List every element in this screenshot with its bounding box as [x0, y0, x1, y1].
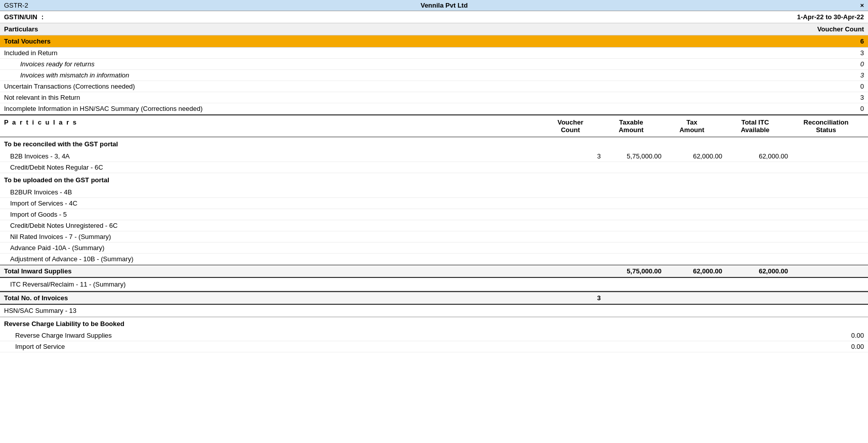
- date-range: 1-Apr-22 to 30-Apr-22: [797, 13, 864, 21]
- row-voucher-count: 3: [540, 152, 601, 160]
- table-row: Reverse Charge Inward Supplies 0.00: [0, 330, 868, 341]
- section-heading-upload: To be uploaded on the GST portal: [0, 173, 868, 187]
- row-total-itc: [722, 211, 788, 218]
- total-taxable-amount: 5,75,000.00: [601, 267, 662, 275]
- table-column-headers: P a r t i c u l a r s VoucherCount Taxab…: [0, 114, 868, 137]
- row-total-itc: [722, 233, 788, 240]
- gstin-label: GSTIN/UIN: [4, 13, 37, 21]
- row-tax-amount: [662, 255, 722, 263]
- row-reconciliation: [788, 244, 864, 252]
- reverse-charge-heading: Reverse Charge Liability to be Booked: [0, 317, 868, 330]
- list-item: Included in Return 3: [0, 48, 868, 59]
- total-itc: 62,000.00: [722, 267, 788, 275]
- summary-row-label: Invoices ready for returns: [20, 60, 95, 68]
- reverse-row-amount: 0.00: [788, 343, 864, 350]
- total-voucher-count: [540, 267, 601, 275]
- app-name: GSTR-2: [4, 2, 28, 9]
- row-total-itc: [722, 222, 788, 229]
- row-total-itc: [722, 199, 788, 207]
- total-invoices-row: Total No. of Invoices 3: [0, 291, 868, 305]
- row-label: Advance Paid -10A - (Summary): [10, 244, 540, 252]
- table-row: Import of Services - 4C: [0, 198, 868, 209]
- row-total-itc: [722, 255, 788, 263]
- summary-row-value: 3: [860, 71, 864, 79]
- row-reconciliation: [788, 255, 864, 263]
- row-label: Import of Goods - 5: [10, 211, 540, 218]
- row-total-itc: [722, 188, 788, 196]
- row-tax-amount: [662, 188, 722, 196]
- row-label: B2BUR Invoices - 4B: [10, 188, 540, 196]
- total-vouchers-value: 6: [860, 37, 864, 45]
- row-tax-amount: 62,000.00: [662, 152, 722, 160]
- row-label: Credit/Debit Notes Unregistered - 6C: [10, 222, 540, 229]
- list-item: Uncertain Transactions (Corrections need…: [0, 81, 868, 92]
- table-row: Nil Rated Invoices - 7 - (Summary): [0, 231, 868, 243]
- row-reconciliation: [788, 152, 864, 160]
- row-taxable-amount: [601, 199, 662, 207]
- row-reconciliation: [788, 222, 864, 229]
- summary-row-label: Not relevant in this Return: [4, 94, 80, 101]
- list-item: Invoices with mismatch in information 3: [0, 70, 868, 81]
- row-tax-amount: [662, 233, 722, 240]
- row-voucher-count: [540, 199, 601, 207]
- row-reconciliation: [788, 164, 864, 171]
- summary-row-label: Uncertain Transactions (Corrections need…: [4, 83, 135, 90]
- row-tax-amount: [662, 211, 722, 218]
- total-vouchers-row: Total Vouchers 6: [0, 35, 868, 48]
- summary-row-label: Invoices with mismatch in information: [20, 71, 129, 79]
- total-invoices-label: Total No. of Invoices: [4, 294, 540, 302]
- row-reconciliation: [788, 211, 864, 218]
- col-header-particulars: P a r t i c u l a r s: [4, 118, 540, 134]
- col-header-total-itc: Total ITCAvailable: [722, 118, 788, 134]
- table-row: B2BUR Invoices - 4B: [0, 187, 868, 198]
- itc-reversal-row: ITC Reversal/Reclaim - 11 - (Summary): [0, 278, 868, 291]
- row-taxable-amount: [601, 233, 662, 240]
- row-total-itc: 62,000.00: [722, 152, 788, 160]
- row-voucher-count: [540, 164, 601, 171]
- total-reconciliation: [788, 267, 864, 275]
- reverse-row-label: Import of Service: [15, 343, 540, 350]
- row-total-itc: [722, 164, 788, 171]
- gstin-header: GSTIN/UIN : 1-Apr-22 to 30-Apr-22: [0, 11, 868, 23]
- colon-separator: :: [42, 13, 44, 21]
- total-tax-amount: 62,000.00: [662, 267, 722, 275]
- col-header-tax-amount: TaxAmount: [662, 118, 722, 134]
- particulars-label: Particulars: [4, 25, 38, 33]
- total-invoices-value: 3: [540, 294, 601, 302]
- table-row: Advance Paid -10A - (Summary): [0, 243, 868, 254]
- row-tax-amount: [662, 164, 722, 171]
- row-total-itc: [722, 244, 788, 252]
- row-voucher-count: [540, 244, 601, 252]
- company-name: Vennila Pvt Ltd: [28, 2, 860, 9]
- summary-row-value: 3: [860, 49, 864, 57]
- total-label: Total Inward Supplies: [4, 267, 540, 275]
- hsn-sac-row: HSN/SAC Summary - 13: [0, 305, 868, 317]
- col-header-voucher-count: VoucherCount: [540, 118, 601, 134]
- list-item: Invoices ready for returns 0: [0, 59, 868, 70]
- close-button[interactable]: ×: [860, 2, 864, 9]
- row-taxable-amount: [601, 164, 662, 171]
- total-inward-supplies-row: Total Inward Supplies 5,75,000.00 62,000…: [0, 265, 868, 278]
- row-tax-amount: [662, 199, 722, 207]
- section-heading-reconcile: To be reconciled with the GST portal: [0, 137, 868, 151]
- summary-row-value: 0: [860, 83, 864, 90]
- summary-row-label: Incomplete Information in HSN/SAC Summar…: [4, 105, 202, 112]
- row-reconciliation: [788, 233, 864, 240]
- row-label: Import of Services - 4C: [10, 199, 540, 207]
- row-taxable-amount: [601, 211, 662, 218]
- table-row: Credit/Debit Notes Regular - 6C: [0, 162, 868, 173]
- table-row: Import of Service 0.00: [0, 341, 868, 352]
- row-taxable-amount: [601, 255, 662, 263]
- list-item: Not relevant in this Return 3: [0, 92, 868, 103]
- row-label: B2B Invoices - 3, 4A: [10, 152, 540, 160]
- row-taxable-amount: [601, 222, 662, 229]
- data-section: To be reconciled with the GST portal B2B…: [0, 137, 868, 352]
- list-item: Incomplete Information in HSN/SAC Summar…: [0, 103, 868, 114]
- summary-row-value: 0: [860, 60, 864, 68]
- row-reconciliation: [788, 199, 864, 207]
- summary-row-label: Included in Return: [4, 49, 58, 57]
- row-tax-amount: [662, 222, 722, 229]
- summary-section: Included in Return 3 Invoices ready for …: [0, 48, 868, 114]
- row-reconciliation: [788, 188, 864, 196]
- table-row: B2B Invoices - 3, 4A 3 5,75,000.00 62,00…: [0, 151, 868, 162]
